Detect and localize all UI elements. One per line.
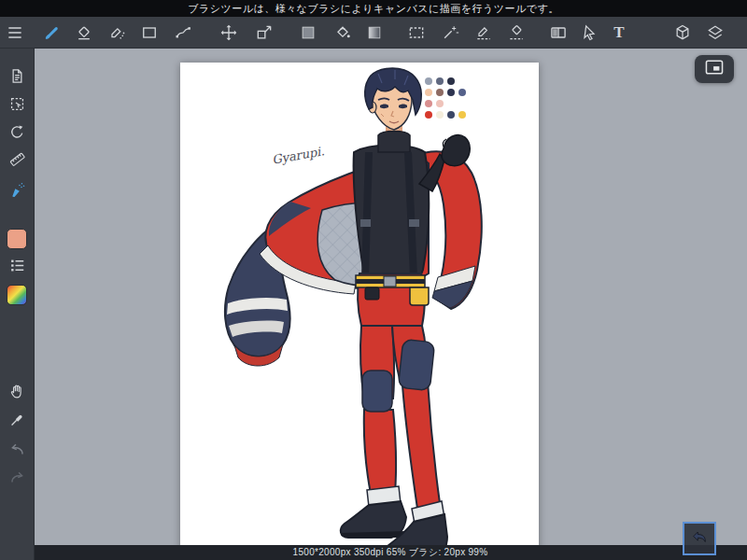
gradient-icon	[365, 23, 384, 42]
redo-button[interactable]	[6, 469, 28, 491]
eraser-icon	[75, 23, 93, 42]
status-bar: 1500*2000px 350dpi 65% ブラシ: 20px 99%	[34, 545, 747, 560]
main-toolbar: T	[0, 17, 747, 49]
pages-button[interactable]	[6, 66, 28, 89]
rotate-canvas-button[interactable]	[6, 122, 28, 145]
eyedropper-button[interactable]	[6, 410, 28, 432]
brush-tool-button[interactable]	[39, 21, 63, 45]
magic-wand-tool-button[interactable]	[438, 21, 462, 45]
undo-button[interactable]	[6, 441, 28, 463]
layers-icon	[706, 23, 725, 42]
rotate-icon	[8, 123, 26, 145]
fill-rect-icon	[299, 23, 317, 42]
floating-undo-arrow-icon	[690, 527, 709, 550]
airbrush-tool-button[interactable]	[6, 180, 28, 203]
select-pen-tool-button[interactable]	[105, 21, 129, 45]
menu-button[interactable]	[3, 21, 27, 45]
floating-undo-button[interactable]	[683, 522, 716, 555]
erase-select-tool-button[interactable]	[504, 21, 529, 45]
color-palette-button[interactable]	[7, 285, 27, 305]
bucket-icon	[333, 23, 352, 42]
fill-rect-tool-button[interactable]	[296, 21, 320, 45]
draw-select-tool-button[interactable]	[472, 21, 496, 45]
transform-tool-button[interactable]	[252, 21, 276, 45]
current-color-swatch[interactable]	[7, 229, 27, 249]
polyline-tool-button[interactable]	[171, 21, 195, 45]
select-area-button[interactable]	[6, 94, 28, 117]
polyline-icon	[174, 23, 192, 42]
hand-icon	[8, 383, 26, 404]
tooltip-text: ブラシツールは、様々なブラシによりキャンバスに描画を行うツールです。	[188, 2, 558, 16]
bucket-tool-button[interactable]	[331, 21, 355, 45]
select-pen-icon	[107, 23, 126, 42]
rectangle-icon	[140, 23, 159, 42]
redo-arrow-icon	[8, 469, 26, 491]
brush-list-icon	[8, 257, 26, 278]
split-view-button[interactable]	[546, 21, 571, 45]
selection-icon	[8, 95, 26, 117]
erase-select-icon	[507, 23, 526, 42]
status-text: 1500*2000px 350dpi 65% ブラシ: 20px 99%	[293, 546, 488, 559]
artwork-firefighter-illustration	[180, 63, 539, 560]
split-view-icon	[549, 23, 568, 42]
rectangle-tool-button[interactable]	[137, 21, 162, 45]
text-tool-button[interactable]: T	[607, 21, 631, 45]
cursor-tool-button[interactable]	[577, 21, 601, 45]
rect-select-tool-button[interactable]	[404, 21, 429, 45]
brush-list-button[interactable]	[6, 256, 28, 278]
layers-button[interactable]	[703, 21, 727, 45]
brush-icon	[42, 23, 61, 42]
airbrush-icon	[7, 180, 26, 203]
ruler-button[interactable]	[6, 149, 28, 172]
materials-button[interactable]	[670, 21, 695, 45]
page-icon	[8, 67, 26, 89]
left-sidebar	[0, 48, 35, 560]
text-tool-icon: T	[613, 23, 624, 42]
transform-icon	[255, 23, 274, 42]
rect-select-icon	[407, 23, 426, 42]
reference-window-button[interactable]	[695, 55, 734, 83]
tooltip-bar: ブラシツールは、様々なブラシによりキャンバスに描画を行うツールです。	[0, 0, 747, 17]
hamburger-icon	[6, 23, 24, 42]
materials-cube-icon	[673, 23, 692, 42]
eyedropper-icon	[8, 411, 26, 432]
magic-wand-icon	[441, 23, 459, 42]
draw-select-icon	[474, 23, 493, 42]
move-icon	[219, 23, 238, 42]
move-tool-button[interactable]	[217, 21, 241, 45]
drawing-canvas[interactable]: Gyarupi.	[180, 63, 539, 560]
reference-window-icon	[704, 59, 725, 79]
cursor-icon	[580, 23, 599, 42]
color-palette-dots	[425, 77, 466, 122]
eraser-tool-button[interactable]	[72, 21, 96, 45]
gradient-tool-button[interactable]	[362, 21, 387, 45]
hand-tool-button[interactable]	[6, 382, 28, 404]
ruler-icon	[8, 150, 26, 172]
undo-arrow-icon	[8, 441, 26, 463]
